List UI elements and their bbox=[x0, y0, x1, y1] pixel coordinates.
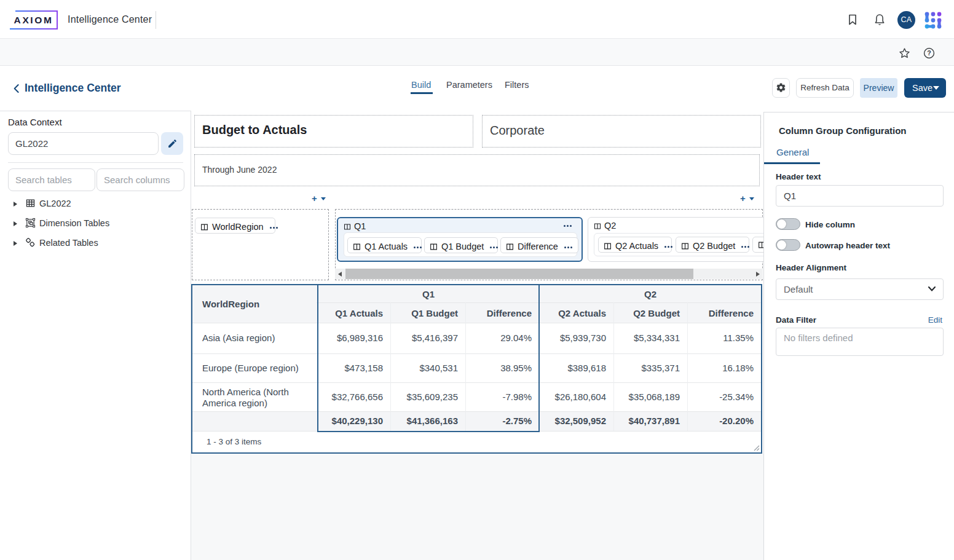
svg-text:?: ? bbox=[927, 49, 931, 57]
